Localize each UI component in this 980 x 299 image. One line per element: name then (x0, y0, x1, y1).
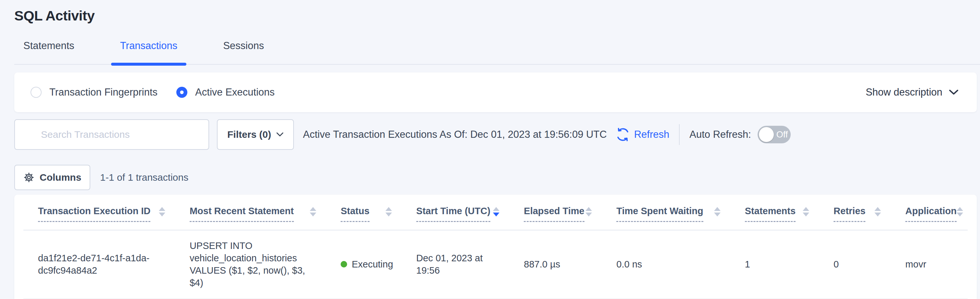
column-header-statements: Statements (733, 206, 822, 222)
radio-label[interactable]: Active Executions (195, 86, 275, 98)
sort-icon[interactable] (585, 207, 592, 216)
column-header-retries: Retries (822, 206, 894, 222)
sort-icon[interactable] (714, 207, 721, 216)
toggle-knob[interactable] (759, 127, 774, 142)
sort-icon[interactable] (875, 207, 881, 216)
column-header-time-spent-waiting: Time Spent Waiting (605, 206, 733, 222)
search-box[interactable] (14, 119, 209, 150)
column-header-label[interactable]: Statements (745, 206, 795, 222)
filters-button[interactable]: Filters (0) (217, 119, 294, 150)
tab-bar: Statements Transactions Sessions (14, 40, 980, 65)
column-header-label[interactable]: Status (340, 206, 369, 222)
radio-active-executions[interactable]: Active Executions (176, 86, 275, 98)
auto-refresh-toggle[interactable]: Off (757, 126, 791, 143)
cell-status: Executing (329, 258, 405, 270)
toolbar: Filters (0) Active Transaction Execution… (14, 119, 977, 150)
columns-button[interactable]: Columns (14, 165, 90, 190)
status-label: Executing (352, 258, 393, 270)
tab-sessions[interactable]: Sessions (214, 40, 273, 64)
chevron-down-icon (276, 132, 283, 137)
sort-icon-active-desc[interactable] (493, 207, 500, 216)
column-header-label[interactable]: Application (905, 206, 957, 222)
cell-retries: 0 (822, 258, 894, 270)
transactions-table: Transaction Execution ID Most Recent Sta… (14, 195, 977, 299)
filters-label: Filters (0) (227, 129, 271, 140)
cell-application: movr (894, 258, 968, 270)
view-mode-radio-group: Transaction Fingerprints Active Executio… (30, 86, 275, 98)
cell-most-recent-statement: UPSERT INTO vehicle_location_histories V… (178, 240, 329, 289)
page-title: SQL Activity (0, 0, 980, 24)
column-header-label[interactable]: Elapsed Time (524, 206, 584, 222)
refresh-label[interactable]: Refresh (634, 129, 670, 141)
search-input[interactable] (41, 129, 200, 140)
refresh-button[interactable]: Refresh (615, 127, 670, 142)
sort-icon[interactable] (957, 207, 963, 216)
gear-icon (23, 172, 34, 183)
column-header-most-recent-statement: Most Recent Statement (178, 206, 329, 222)
cell-execution-id[interactable]: da1f21e2-de71-4c1f-a1da-dc9fc94a84a2 (23, 252, 178, 277)
table-controls: Columns 1-1 of 1 transactions (14, 165, 977, 190)
sort-icon[interactable] (159, 207, 165, 216)
table-row: da1f21e2-de71-4c1f-a1da-dc9fc94a84a2 UPS… (23, 230, 968, 299)
chevron-down-icon (949, 90, 959, 95)
cell-time-spent-waiting: 0.0 ns (605, 258, 733, 270)
cell-elapsed-time: 887.0 µs (512, 258, 605, 270)
column-header-label[interactable]: Start Time (UTC) (416, 206, 490, 222)
column-header-label[interactable]: Time Spent Waiting (616, 206, 703, 222)
auto-refresh-label: Auto Refresh: (689, 129, 751, 141)
cell-statements: 1 (733, 258, 822, 270)
result-count: 1-1 of 1 transactions (100, 172, 188, 183)
column-header-execution-id: Transaction Execution ID (23, 206, 178, 222)
tab-statements[interactable]: Statements (14, 40, 83, 64)
toolbar-divider (679, 124, 679, 145)
show-description-button[interactable]: Show description (866, 86, 959, 98)
view-mode-card: Transaction Fingerprints Active Executio… (14, 72, 977, 112)
search-icon (23, 129, 34, 141)
radio-unselected-icon[interactable] (30, 87, 41, 98)
tab-transactions[interactable]: Transactions (111, 40, 186, 64)
sort-icon[interactable] (385, 207, 392, 216)
radio-label[interactable]: Transaction Fingerprints (49, 86, 158, 98)
toggle-state-label: Off (776, 130, 788, 140)
column-header-status: Status (329, 206, 405, 222)
radio-transaction-fingerprints[interactable]: Transaction Fingerprints (30, 86, 158, 98)
table-header-row: Transaction Execution ID Most Recent Sta… (23, 195, 968, 230)
column-header-elapsed-time: Elapsed Time (512, 206, 605, 222)
sort-icon[interactable] (310, 207, 316, 216)
cell-start-time: Dec 01, 2023 at 19:56 (405, 252, 513, 277)
radio-selected-icon[interactable] (176, 87, 187, 98)
as-of-text: Active Transaction Executions As Of: Dec… (303, 129, 607, 141)
columns-label: Columns (40, 172, 81, 183)
show-description-label: Show description (866, 86, 942, 98)
refresh-icon (615, 127, 630, 142)
column-header-start-time: Start Time (UTC) (405, 206, 513, 222)
column-header-label[interactable]: Transaction Execution ID (38, 206, 150, 222)
sort-icon[interactable] (803, 207, 809, 216)
executing-status-dot-icon (340, 261, 347, 267)
column-header-label[interactable]: Most Recent Statement (189, 206, 294, 222)
column-header-label[interactable]: Retries (834, 206, 865, 222)
column-header-application: Application (894, 206, 976, 222)
